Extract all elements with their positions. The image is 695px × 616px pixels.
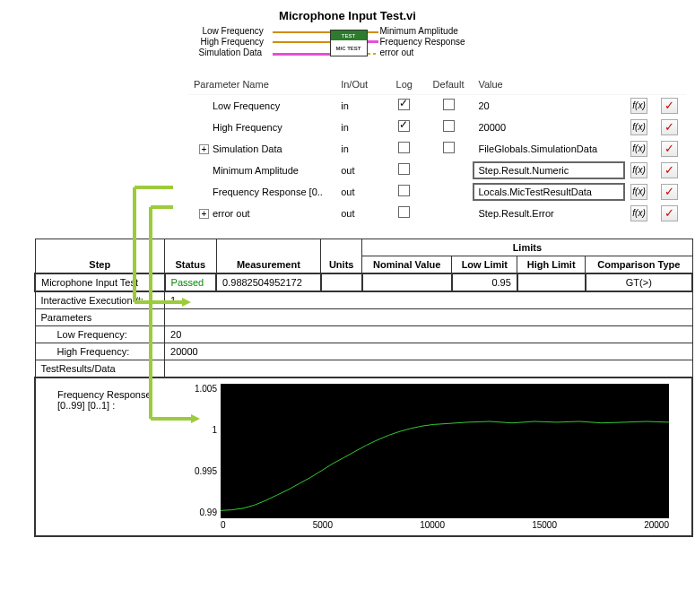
conn-left-0: Low Frequency bbox=[203, 26, 264, 36]
detail-row: Interactive Execution #:1 bbox=[35, 291, 692, 309]
param-row: +Simulation DatainFileGlobals.Simulation… bbox=[188, 138, 686, 160]
expand-button[interactable]: + bbox=[199, 209, 209, 219]
graph-label: Frequency Response [0..99] [0..1] : bbox=[41, 384, 185, 530]
y-tick: 1.005 bbox=[185, 384, 217, 394]
log-checkbox[interactable] bbox=[398, 99, 410, 110]
hdr-meas: Measurement bbox=[237, 259, 300, 270]
results-table: Step Status Measurement Units Limits Nom… bbox=[34, 239, 693, 537]
check-button[interactable]: ✓ bbox=[661, 119, 678, 135]
hdr-io: In/Out bbox=[341, 79, 368, 90]
hdr-high: High Limit bbox=[527, 259, 576, 270]
vi-icon: TEST MIC TEST bbox=[330, 30, 368, 56]
check-button[interactable]: ✓ bbox=[661, 184, 678, 200]
log-checkbox[interactable] bbox=[398, 185, 410, 196]
x-tick: 0 bbox=[221, 520, 226, 530]
status-cell: Passed bbox=[165, 273, 217, 291]
x-tick: 20000 bbox=[644, 520, 669, 530]
expression-button[interactable]: f(x) bbox=[630, 141, 647, 157]
check-button[interactable]: ✓ bbox=[661, 162, 678, 178]
param-row: Minimum AmplitudeoutStep.Result.Numericf… bbox=[188, 160, 686, 181]
x-tick: 5000 bbox=[313, 520, 333, 530]
default-checkbox[interactable] bbox=[443, 99, 455, 110]
param-row: Frequency Response [0..outLocals.MicTest… bbox=[188, 181, 686, 203]
hdr-name: Parameter Name bbox=[194, 79, 269, 90]
hdr-limits: Limits bbox=[513, 242, 542, 253]
hdr-units: Units bbox=[329, 259, 354, 270]
hdr-comp: Comparison Type bbox=[597, 259, 680, 270]
measurement-cell: 0.9882504952172 bbox=[216, 273, 321, 291]
expression-button[interactable]: f(x) bbox=[630, 162, 647, 178]
log-checkbox[interactable] bbox=[398, 206, 410, 218]
log-checkbox[interactable] bbox=[398, 120, 410, 132]
expression-button[interactable]: f(x) bbox=[630, 184, 647, 200]
expression-button[interactable]: f(x) bbox=[630, 98, 647, 114]
hdr-log: Log bbox=[396, 79, 413, 90]
detail-row: Parameters bbox=[35, 308, 692, 325]
detail-row: Low Frequency:20 bbox=[35, 325, 692, 343]
expression-button[interactable]: f(x) bbox=[630, 119, 647, 135]
default-checkbox[interactable] bbox=[443, 120, 455, 132]
check-button[interactable]: ✓ bbox=[661, 141, 678, 157]
vi-title: Microphone Input Test.vi bbox=[279, 9, 416, 22]
log-checkbox[interactable] bbox=[398, 142, 410, 153]
check-button[interactable]: ✓ bbox=[661, 205, 678, 221]
y-tick: 0.99 bbox=[185, 508, 217, 517]
hdr-default: Default bbox=[433, 79, 465, 90]
vi-connector-pane: Low Frequency High Frequency Simulation … bbox=[187, 26, 509, 64]
expand-button[interactable]: + bbox=[199, 144, 209, 154]
conn-left-2: Simulation Data bbox=[199, 48, 263, 57]
y-tick: 1 bbox=[185, 425, 217, 435]
hdr-status: Status bbox=[176, 259, 206, 270]
graph-plot-area bbox=[221, 384, 669, 518]
conn-right-2: error out bbox=[380, 48, 414, 57]
expression-button[interactable]: f(x) bbox=[630, 205, 647, 221]
x-tick: 15000 bbox=[532, 520, 557, 530]
x-tick: 10000 bbox=[420, 520, 445, 530]
frequency-response-graph: Frequency Response [0..99] [0..1] : 1.00… bbox=[41, 384, 686, 530]
hdr-value: Value bbox=[478, 79, 502, 90]
hdr-step: Step bbox=[89, 259, 110, 270]
conn-left-1: High Frequency bbox=[201, 37, 265, 47]
hdr-nominal: Nominal Value bbox=[373, 259, 440, 270]
param-row: Low Frequencyin20f(x)✓ bbox=[188, 94, 686, 117]
detail-row: TestResults/Data bbox=[35, 360, 692, 377]
hdr-low: Low Limit bbox=[462, 259, 508, 270]
log-checkbox[interactable] bbox=[398, 163, 410, 175]
default-checkbox[interactable] bbox=[443, 142, 455, 153]
y-tick: 0.995 bbox=[185, 466, 217, 476]
detail-row: High Frequency:20000 bbox=[35, 343, 692, 360]
check-button[interactable]: ✓ bbox=[661, 98, 678, 114]
parameter-table: Parameter Name In/Out Log Default Value … bbox=[188, 74, 686, 224]
param-row: High Frequencyin20000f(x)✓ bbox=[188, 117, 686, 138]
main-result-row: Microphone Input Test Passed 0.988250495… bbox=[35, 273, 692, 291]
param-row: +error outoutStep.Result.Errorf(x)✓ bbox=[188, 203, 686, 224]
conn-right-1: Frequency Response bbox=[380, 37, 465, 47]
conn-right-0: Minimum Amplitude bbox=[380, 26, 458, 36]
